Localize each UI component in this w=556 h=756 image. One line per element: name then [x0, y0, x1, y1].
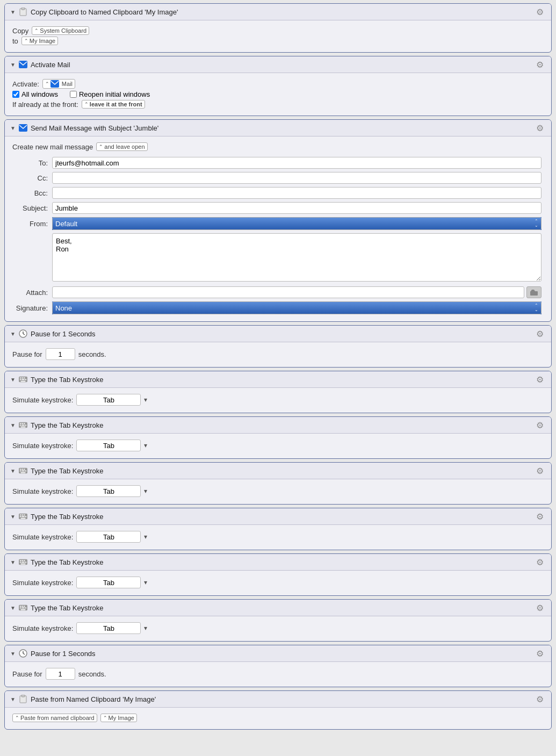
collapse-arrow[interactable]: ▼: [10, 696, 16, 702]
all-windows-checkbox-label[interactable]: All windows: [12, 90, 58, 98]
pause-icon: [19, 329, 27, 338]
body-textarea[interactable]: Best, Ron: [52, 233, 541, 282]
block-tab-6: ▼ Type the Tab Keystroke ⚙ Simulate keys…: [4, 599, 552, 642]
block-title-activate-mail: Activate Mail: [31, 61, 70, 69]
keystroke-input[interactable]: [76, 440, 141, 451]
gear-button-pause-1[interactable]: ⚙: [536, 329, 546, 339]
keystroke-dropdown[interactable]: ▾: [144, 579, 147, 586]
svg-rect-27: [21, 469, 23, 470]
my-image-stepper[interactable]: My Image: [21, 37, 58, 45]
bcc-input[interactable]: [52, 187, 541, 199]
block-send-mail: ▼ Send Mail Message with Subject 'Jumble…: [4, 119, 552, 322]
keystroke-dropdown[interactable]: ▾: [144, 533, 147, 541]
collapse-arrow[interactable]: ▼: [10, 605, 16, 611]
simulate-label: Simulate keystroke:: [12, 624, 73, 632]
create-label: Create new mail message: [12, 143, 93, 151]
keystroke-input[interactable]: [76, 577, 141, 588]
create-stepper[interactable]: and leave open: [96, 142, 147, 151]
from-select[interactable]: Default: [52, 217, 541, 230]
collapse-arrow[interactable]: ▼: [10, 331, 16, 337]
gear-button-tab-3[interactable]: ⚙: [536, 466, 546, 476]
collapse-arrow[interactable]: ▼: [10, 468, 16, 474]
gear-button-paste-named[interactable]: ⚙: [536, 694, 546, 704]
to-row: To:: [12, 155, 544, 170]
block-title-tab-4: Type the Tab Keystroke: [31, 513, 104, 521]
signature-select[interactable]: None: [52, 301, 541, 314]
svg-rect-56: [20, 609, 25, 610]
keystroke-dropdown[interactable]: ▾: [144, 624, 147, 632]
svg-rect-46: [21, 562, 24, 563]
collapse-arrow[interactable]: ▼: [10, 514, 16, 520]
cc-input[interactable]: [52, 172, 541, 184]
gear-button-copy-clipboard[interactable]: ⚙: [536, 7, 546, 17]
simulate-label: Simulate keystroke:: [12, 442, 73, 450]
subject-input[interactable]: [52, 202, 541, 214]
keystroke-input[interactable]: [76, 394, 141, 406]
my-image-paste-stepper[interactable]: My Image: [100, 714, 137, 722]
svg-rect-19: [21, 423, 23, 424]
collapse-arrow[interactable]: ▼: [10, 559, 16, 565]
block-tab-1: ▼ Type the Tab Keystroke ⚙ Simulate keys…: [4, 371, 552, 413]
collapse-arrow[interactable]: ▼: [10, 377, 16, 383]
keystroke-input[interactable]: [76, 531, 141, 543]
gear-button-activate-mail[interactable]: ⚙: [536, 60, 546, 69]
reopen-checkbox[interactable]: [70, 91, 77, 98]
keystroke-dropdown[interactable]: ▾: [144, 442, 147, 449]
pause-suffix: seconds.: [78, 670, 106, 678]
pause-suffix: seconds.: [78, 350, 106, 358]
svg-rect-5: [530, 291, 538, 296]
svg-rect-39: [25, 516, 26, 517]
pause-value-input[interactable]: [46, 668, 75, 680]
block-header-paste-named: ▼ Paste from Named Clipboard 'My Image' …: [5, 691, 551, 708]
svg-rect-20: [24, 423, 25, 424]
attach-input[interactable]: [52, 286, 524, 298]
block-body-pause-1: Pause for seconds.: [5, 342, 551, 367]
svg-rect-28: [24, 469, 25, 470]
gear-button-tab-1[interactable]: ⚙: [536, 375, 546, 384]
collapse-arrow[interactable]: ▼: [10, 125, 16, 131]
svg-rect-42: [20, 560, 21, 561]
gear-button-tab-6[interactable]: ⚙: [536, 603, 546, 613]
gear-button-tab-4[interactable]: ⚙: [536, 512, 546, 521]
block-title-copy-clipboard: Copy Clipboard to Named Clipboard 'My Im…: [31, 8, 178, 16]
front-stepper[interactable]: leave it at the front: [82, 100, 145, 109]
activate-label: Activate:: [12, 80, 39, 88]
svg-rect-11: [21, 377, 23, 378]
header-left: ▼ Type the Tab Keystroke: [10, 558, 104, 566]
gear-button-pause-2[interactable]: ⚙: [536, 649, 546, 658]
block-body-send-mail: Create new mail message and leave open T…: [5, 136, 551, 321]
reopen-checkbox-label[interactable]: Reopen initial windows: [70, 90, 150, 98]
block-title-send-mail: Send Mail Message with Subject 'Jumble': [31, 124, 158, 132]
paste-named-stepper[interactable]: Paste from named clipboard: [12, 714, 97, 722]
header-left: ▼ Type the Tab Keystroke: [10, 512, 104, 521]
keystroke-input[interactable]: [76, 485, 141, 497]
attach-browse-button[interactable]: [526, 286, 541, 298]
keystroke-input[interactable]: [76, 622, 141, 634]
svg-rect-52: [24, 606, 25, 607]
pause-value-input[interactable]: [46, 348, 75, 360]
collapse-arrow[interactable]: ▼: [10, 9, 16, 15]
keystroke-dropdown[interactable]: ▾: [144, 396, 147, 404]
gear-button-send-mail[interactable]: ⚙: [536, 123, 546, 133]
collapse-arrow[interactable]: ▼: [10, 62, 16, 68]
subject-row: Subject:: [12, 200, 544, 215]
block-body-tab-2: Simulate keystroke: ▾: [5, 434, 551, 458]
block-header-tab-3: ▼ Type the Tab Keystroke ⚙: [5, 463, 551, 479]
system-clipboard-stepper[interactable]: System Clipboard: [32, 26, 89, 35]
gear-button-tab-5[interactable]: ⚙: [536, 557, 546, 567]
block-body-paste-named: Paste from named clipboard My Image: [5, 708, 551, 729]
svg-rect-3: [50, 80, 59, 88]
collapse-arrow[interactable]: ▼: [10, 651, 16, 657]
block-body-tab-5: Simulate keystroke: ▾: [5, 571, 551, 595]
activate-mail-stepper[interactable]: Mail: [42, 79, 75, 89]
gear-button-tab-2[interactable]: ⚙: [536, 420, 546, 430]
collapse-arrow[interactable]: ▼: [10, 422, 16, 428]
svg-rect-40: [20, 518, 25, 519]
block-pause-2: ▼ Pause for 1 Seconds ⚙ Pause for second…: [4, 645, 552, 687]
svg-rect-37: [20, 516, 21, 517]
all-windows-checkbox[interactable]: [12, 91, 19, 98]
keystroke-dropdown[interactable]: ▾: [144, 487, 147, 495]
pause-row: Pause for seconds.: [12, 668, 544, 680]
signature-row: Signature: None: [12, 300, 544, 316]
to-input[interactable]: [52, 157, 541, 169]
